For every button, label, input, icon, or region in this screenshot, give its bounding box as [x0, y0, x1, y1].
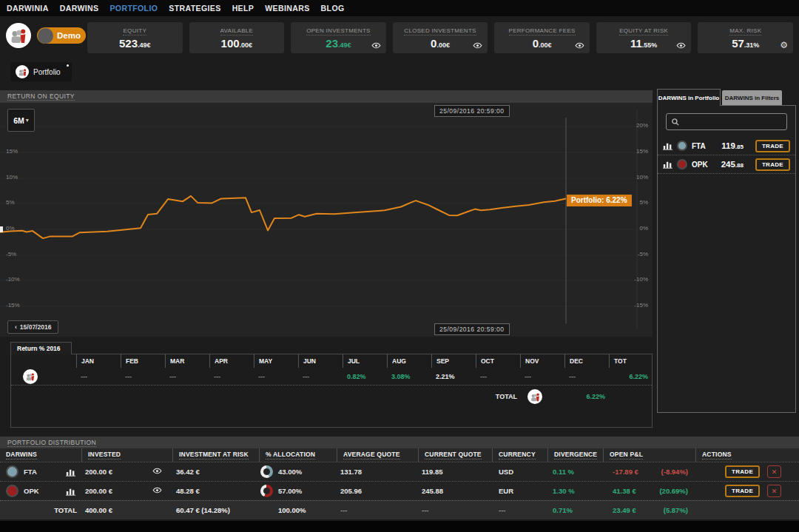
col-darwins: DARWINS — [6, 451, 37, 459]
user-avatar[interactable] — [6, 23, 31, 48]
stat-available: AVAILABLE 100.00€ — [189, 22, 285, 53]
y-axis-label-right: -5% — [633, 251, 648, 257]
darwin-name: OPK — [692, 161, 708, 169]
nav-item-portfolio[interactable]: PORTFOLIO — [109, 4, 158, 13]
distribution-row-opk: OPK 200.00 € 48.28 € 57.00% 205.96 245.8… — [0, 481, 799, 500]
account-header: Demo EQUITY 523.49€ AVAILABLE 100.00€ OP… — [0, 16, 799, 59]
monthly-col: SEP — [431, 354, 476, 368]
stat-label: AVAILABLE — [220, 27, 254, 36]
eye-icon[interactable] — [676, 42, 686, 50]
list-item-fta[interactable]: FTA 119.85 TRADE — [658, 137, 795, 155]
col-current-quote: CURRENT QUOTE — [425, 451, 482, 459]
monthly-col: DEC — [564, 354, 609, 368]
total-at-risk: 60.47 € (14.28%) — [172, 501, 259, 519]
stat-value: 100.00€ — [189, 37, 285, 50]
y-axis-label-right: 5% — [633, 199, 648, 206]
list-item-opk[interactable]: OPK 245.88 TRADE — [658, 155, 795, 174]
trade-button[interactable]: TRADE — [725, 485, 760, 497]
distribution-header: PORTFOLIO DISTRIBUTION — [0, 437, 799, 448]
darwin-color-dot — [6, 485, 18, 497]
darwin-list: FTA 119.85 TRADE OPK 245.88 TRADE — [658, 137, 795, 174]
eye-icon[interactable] — [152, 487, 162, 495]
bar-chart-icon[interactable] — [663, 141, 672, 150]
nav-item-blog[interactable]: BLOG — [321, 4, 345, 13]
monthly-value: --- — [209, 368, 254, 385]
tab-darwins-in-portfolio[interactable]: DARWINS in Portfolio — [657, 89, 721, 106]
roe-chart[interactable]: 6M ▾ 15% 10% 5% 0% -5% -10% -15% 20% 15%… — [0, 103, 653, 337]
current-quote-value: 119.85 — [418, 462, 492, 481]
portfolio-avatar — [23, 369, 38, 384]
nav-item-help[interactable]: HELP — [232, 4, 254, 13]
monthly-col: OCT — [476, 354, 520, 368]
nav-item-strategies[interactable]: STRATEGIES — [169, 4, 220, 13]
currency-value: EUR — [492, 482, 547, 500]
eye-icon[interactable] — [152, 468, 162, 476]
nav-item-webinars[interactable]: WEBINARS — [265, 4, 309, 13]
total-divergence: 0.71% — [547, 501, 603, 519]
eye-icon[interactable] — [473, 42, 482, 50]
roe-chart-canvas — [0, 103, 653, 337]
y-axis-label-left: 0% — [6, 225, 15, 232]
range-label: 6M — [13, 116, 24, 125]
col-allocation: % ALLOCATION — [266, 451, 315, 459]
y-axis-label-right: 15% — [633, 148, 648, 155]
gear-icon[interactable]: ⚙ — [780, 40, 788, 50]
monthly-value: --- — [254, 368, 298, 385]
allocation-value: 57.00% — [278, 487, 302, 495]
bar-chart-icon[interactable] — [663, 160, 672, 169]
distribution-header-row: DARWINS INVESTED INVESTMENT AT RISK % AL… — [0, 448, 799, 462]
trade-button[interactable]: TRADE — [725, 465, 760, 478]
darwin-color-dot — [677, 159, 687, 169]
at-risk-value: 36.42 € — [172, 462, 259, 481]
y-axis-label-left: -15% — [6, 302, 20, 309]
darwin-color-dot — [6, 465, 18, 478]
monthly-value: --- — [476, 368, 520, 385]
toggle-label: Demo — [57, 31, 81, 40]
pnl-value: -17.89 € — [613, 468, 638, 476]
scroll-back-button[interactable]: ‹ 15/07/2016 — [7, 320, 58, 334]
col-average-quote: AVERAGE QUOTE — [343, 451, 400, 459]
monthly-value: 0.82% — [343, 368, 387, 385]
total-label: TOTAL — [476, 393, 520, 400]
col-currency: CURRENCY — [499, 451, 536, 459]
roe-panel-header: RETURN ON EQUITY — [0, 90, 653, 103]
darwin-search-input[interactable] — [666, 113, 787, 130]
monthly-col: MAR — [165, 354, 209, 368]
monthly-col-darwin — [11, 354, 76, 368]
darwin-color-dot — [677, 141, 687, 151]
trade-button[interactable]: TRADE — [755, 158, 790, 171]
monthly-value: --- — [564, 368, 609, 385]
col-open-pnl: OPEN P&L — [610, 451, 643, 459]
remove-button[interactable]: ✕ — [767, 485, 781, 497]
stat-label: EQUITY — [123, 27, 146, 36]
demo-real-toggle[interactable]: Demo — [37, 27, 86, 44]
nav-item-darwins[interactable]: DARWINS — [60, 4, 99, 13]
total-average-quote: --- — [337, 501, 418, 519]
pnl-value: 41.38 € — [613, 487, 636, 495]
remove-button[interactable]: ✕ — [767, 465, 781, 478]
y-axis-label-left: 5% — [6, 199, 15, 206]
monthly-returns-tab[interactable]: Return % 2016 — [10, 342, 72, 354]
distribution-title: PORTFOLIO DISTRIBUTION — [7, 439, 96, 447]
nav-item-darwinia[interactable]: DARWINIA — [7, 4, 49, 13]
average-quote-value: 205.96 — [337, 482, 418, 500]
y-axis-label-right: -15% — [633, 302, 648, 309]
darwins-sidebar: FTA 119.85 TRADE OPK 245.88 TRADE — [657, 105, 796, 413]
tab-darwins-in-filters[interactable]: DARWINS in Filters — [722, 90, 782, 106]
portfolio-tab[interactable]: Portfolio — [10, 62, 72, 81]
portfolio-tab-avatar — [16, 65, 29, 78]
eye-icon[interactable] — [371, 42, 381, 50]
bar-chart-icon[interactable] — [66, 468, 75, 477]
monthly-total-value: 6.22% — [609, 368, 652, 385]
portfolio-avatar — [527, 389, 542, 404]
stat-label: EQUITY AT RISK — [619, 27, 668, 36]
range-selector-button[interactable]: 6M ▾ — [7, 109, 35, 132]
eye-icon[interactable] — [575, 42, 584, 50]
bar-chart-icon[interactable] — [66, 487, 75, 496]
monthly-col: AUG — [387, 354, 431, 368]
chevron-down-icon: ▾ — [26, 117, 29, 124]
monthly-value: 3.08% — [387, 368, 431, 385]
stat-label: OPEN INVESTMENTS — [306, 27, 371, 36]
stat-value: 523.49€ — [87, 37, 183, 50]
trade-button[interactable]: TRADE — [755, 140, 790, 152]
